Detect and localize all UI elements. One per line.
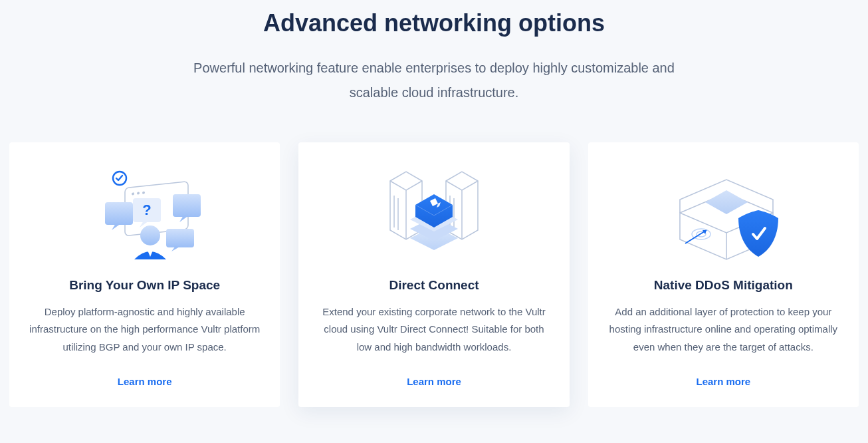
byoip-illustration-icon: ?	[28, 166, 261, 266]
svg-point-14	[140, 225, 160, 245]
direct-connect-illustration-icon	[317, 166, 550, 266]
svg-rect-7	[173, 194, 201, 217]
learn-more-link[interactable]: Learn more	[407, 376, 461, 387]
svg-rect-5	[105, 202, 133, 225]
cards-row: ? Bring Your Own IP Space Deploy platfor…	[0, 142, 868, 407]
page-subtitle: Powerful networking feature enable enter…	[175, 56, 693, 105]
svg-text:?: ?	[142, 202, 151, 218]
card-direct-connect: Direct Connect Extend your existing corp…	[298, 142, 569, 407]
learn-more-link[interactable]: Learn more	[118, 376, 172, 387]
ddos-illustration-icon	[607, 166, 840, 266]
card-byoip: ? Bring Your Own IP Space Deploy platfor…	[9, 142, 280, 407]
card-ddos: Native DDoS Mitigation Add an additional…	[588, 142, 859, 407]
card-desc: Deploy platform-agnostic and highly avai…	[28, 303, 261, 356]
card-title: Direct Connect	[389, 278, 479, 293]
learn-more-link[interactable]: Learn more	[696, 376, 750, 387]
card-title: Bring Your Own IP Space	[69, 278, 220, 293]
card-desc: Extend your existing corporate network t…	[317, 303, 550, 356]
card-title: Native DDoS Mitigation	[654, 278, 793, 293]
svg-rect-9	[166, 229, 194, 247]
page-title: Advanced networking options	[0, 9, 868, 37]
card-desc: Add an additional layer of protection to…	[607, 303, 840, 356]
